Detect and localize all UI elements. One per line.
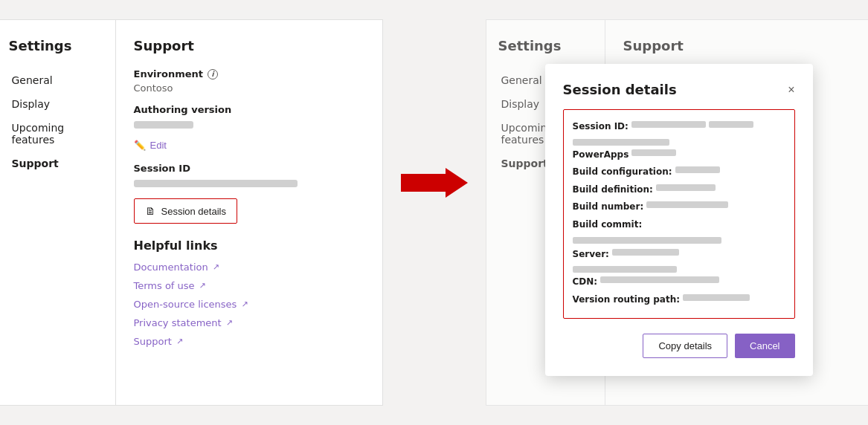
right-support-title: Support: [623, 38, 854, 53]
session-id-detail-val: [631, 121, 706, 128]
link-opensource[interactable]: Open-source licenses ↗: [134, 299, 364, 310]
server-url-row: [573, 264, 785, 273]
sidebar-title: Settings: [9, 38, 103, 53]
build-commit-val-row: [573, 235, 785, 244]
build-num-label: Build number:: [573, 199, 644, 215]
external-link-icon-1: ↗: [199, 281, 206, 291]
session-id-value: [134, 177, 364, 188]
authoring-label: Authoring version: [134, 104, 364, 115]
sidebar-item-display[interactable]: Display: [9, 92, 103, 116]
arrow-container: [401, 19, 468, 198]
build-commit-row: Build commit:: [573, 217, 785, 233]
link-support[interactable]: Support ↗: [134, 336, 364, 347]
cdn-row: CDN:: [573, 274, 785, 291]
modal-close-button[interactable]: ×: [788, 83, 794, 97]
direction-arrow: [401, 168, 468, 198]
powerapps-label: PowerApps: [573, 147, 629, 163]
powerapps-row: PowerApps: [573, 147, 785, 163]
build-num-row: Build number:: [573, 199, 785, 215]
sidebar-item-upcoming[interactable]: Upcoming features: [9, 116, 103, 152]
version-routing-row: Version routing path:: [573, 292, 785, 308]
link-privacy[interactable]: Privacy statement ↗: [134, 317, 364, 328]
build-config-row: Build configuration:: [573, 164, 785, 181]
server-row: Server:: [573, 247, 785, 263]
external-link-icon-4: ↗: [176, 337, 183, 346]
session-url-row: [573, 137, 785, 146]
screenshot-container: Settings General Display Upcoming featur…: [0, 19, 868, 406]
environment-label: Environment i: [134, 68, 364, 80]
modal-title: Session details: [563, 82, 677, 97]
cancel-button[interactable]: Cancel: [735, 334, 794, 358]
right-sidebar-title: Settings: [498, 38, 593, 53]
build-config-label: Build configuration:: [573, 164, 672, 181]
svg-marker-0: [401, 168, 468, 198]
support-content: Support Environment i Contoso Authoring …: [116, 20, 382, 405]
build-def-label: Build definition:: [573, 182, 653, 198]
external-link-icon-2: ↗: [241, 299, 248, 309]
cdn-label: CDN:: [573, 274, 598, 291]
modal-header: Session details ×: [563, 82, 795, 97]
session-id-row: Session ID:: [573, 119, 785, 135]
sidebar: Settings General Display Upcoming featur…: [0, 20, 116, 405]
build-commit-label: Build commit:: [573, 217, 643, 233]
sidebar-item-general[interactable]: General: [9, 68, 103, 92]
left-settings-panel: Settings General Display Upcoming featur…: [0, 19, 383, 406]
server-label: Server:: [573, 247, 609, 263]
external-link-icon-3: ↗: [226, 318, 233, 328]
right-panel: Settings General Display Upcoming featur…: [486, 19, 869, 406]
environment-info-icon: i: [208, 69, 218, 80]
session-details-modal: Session details × Session ID: PowerApps: [545, 64, 813, 376]
external-link-icon-0: ↗: [213, 262, 219, 272]
session-id-detail-label: Session ID:: [573, 119, 629, 135]
session-details-box: Session ID: PowerApps Build configuratio…: [563, 109, 795, 319]
modal-footer: Copy details Cancel: [563, 334, 795, 358]
support-section-title: Support: [134, 38, 364, 53]
document-icon: 🗎: [145, 205, 155, 217]
link-terms-of-use[interactable]: Terms of use ↗: [134, 280, 364, 291]
sidebar-item-support[interactable]: Support: [9, 152, 103, 175]
edit-button[interactable]: ✏️ Edit: [134, 140, 167, 151]
authoring-blurred: [134, 121, 193, 129]
session-id-blurred: [134, 180, 298, 187]
helpful-links-title: Helpful links: [134, 239, 364, 253]
environment-value: Contoso: [134, 82, 364, 94]
session-id-label: Session ID: [134, 163, 364, 174]
build-def-row: Build definition:: [573, 182, 785, 198]
session-details-button[interactable]: 🗎 Session details: [134, 198, 237, 224]
link-documentation[interactable]: Documentation ↗: [134, 262, 364, 273]
copy-details-button[interactable]: Copy details: [643, 334, 727, 358]
version-routing-label: Version routing path:: [573, 292, 681, 308]
edit-pencil-icon: ✏️: [134, 140, 146, 151]
authoring-value: [134, 118, 364, 129]
